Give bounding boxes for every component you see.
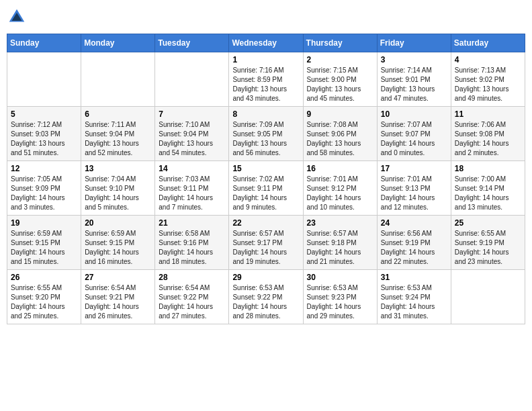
calendar-header-row: SundayMondayTuesdayWednesdayThursdayFrid… — [7, 34, 525, 52]
day-info: Sunrise: 6:59 AM Sunset: 9:15 PM Dayligh… — [85, 229, 151, 267]
day-number: 31 — [381, 273, 447, 282]
calendar-week-row: 1Sunrise: 7:16 AM Sunset: 8:59 PM Daylig… — [7, 52, 525, 107]
calendar-cell: 7Sunrise: 7:10 AM Sunset: 9:04 PM Daylig… — [155, 107, 229, 161]
calendar-cell: 8Sunrise: 7:09 AM Sunset: 9:05 PM Daylig… — [229, 107, 303, 161]
calendar-cell: 27Sunrise: 6:54 AM Sunset: 9:21 PM Dayli… — [81, 270, 155, 324]
day-header-monday: Monday — [81, 34, 155, 52]
calendar-cell: 14Sunrise: 7:03 AM Sunset: 9:11 PM Dayli… — [155, 161, 229, 216]
calendar-week-row: 5Sunrise: 7:12 AM Sunset: 9:03 PM Daylig… — [7, 107, 525, 161]
day-header-saturday: Saturday — [451, 34, 525, 52]
day-number: 22 — [232, 218, 299, 228]
day-info: Sunrise: 6:54 AM Sunset: 9:21 PM Dayligh… — [85, 283, 151, 321]
calendar-cell: 9Sunrise: 7:08 AM Sunset: 9:06 PM Daylig… — [303, 107, 377, 161]
day-info: Sunrise: 6:57 AM Sunset: 9:17 PM Dayligh… — [232, 229, 299, 267]
calendar-week-row: 26Sunrise: 6:55 AM Sunset: 9:20 PM Dayli… — [7, 270, 525, 324]
calendar-cell: 25Sunrise: 6:55 AM Sunset: 9:19 PM Dayli… — [451, 216, 525, 270]
calendar-cell — [451, 270, 525, 324]
day-number: 26 — [11, 273, 77, 282]
calendar-cell: 22Sunrise: 6:57 AM Sunset: 9:17 PM Dayli… — [229, 216, 303, 270]
calendar-week-row: 12Sunrise: 7:05 AM Sunset: 9:09 PM Dayli… — [7, 161, 525, 216]
day-header-wednesday: Wednesday — [229, 34, 303, 52]
day-info: Sunrise: 7:07 AM Sunset: 9:07 PM Dayligh… — [381, 120, 447, 158]
calendar-cell: 31Sunrise: 6:53 AM Sunset: 9:24 PM Dayli… — [377, 270, 451, 324]
day-number: 4 — [455, 55, 521, 64]
calendar-cell: 19Sunrise: 6:59 AM Sunset: 9:15 PM Dayli… — [7, 216, 81, 270]
day-number: 29 — [232, 273, 299, 282]
day-info: Sunrise: 6:58 AM Sunset: 9:16 PM Dayligh… — [159, 229, 225, 267]
day-number: 17 — [381, 164, 447, 173]
calendar-cell: 17Sunrise: 7:01 AM Sunset: 9:13 PM Dayli… — [377, 161, 451, 216]
day-number: 7 — [159, 109, 225, 119]
day-info: Sunrise: 7:13 AM Sunset: 9:02 PM Dayligh… — [455, 66, 521, 103]
logo-icon — [7, 7, 27, 27]
day-number: 11 — [455, 109, 521, 119]
calendar-cell: 23Sunrise: 6:57 AM Sunset: 9:18 PM Dayli… — [303, 216, 377, 270]
day-info: Sunrise: 7:05 AM Sunset: 9:09 PM Dayligh… — [11, 175, 77, 212]
day-number: 9 — [307, 109, 373, 119]
day-info: Sunrise: 7:10 AM Sunset: 9:04 PM Dayligh… — [159, 120, 225, 158]
day-info: Sunrise: 6:54 AM Sunset: 9:22 PM Dayligh… — [159, 283, 225, 321]
day-info: Sunrise: 7:02 AM Sunset: 9:11 PM Dayligh… — [232, 175, 299, 212]
day-number: 2 — [307, 55, 373, 64]
day-info: Sunrise: 7:00 AM Sunset: 9:14 PM Dayligh… — [455, 175, 521, 212]
day-info: Sunrise: 7:11 AM Sunset: 9:04 PM Dayligh… — [85, 120, 151, 158]
day-header-sunday: Sunday — [7, 34, 81, 52]
day-info: Sunrise: 7:15 AM Sunset: 9:00 PM Dayligh… — [307, 66, 373, 103]
calendar-cell: 5Sunrise: 7:12 AM Sunset: 9:03 PM Daylig… — [7, 107, 81, 161]
calendar-body: 1Sunrise: 7:16 AM Sunset: 8:59 PM Daylig… — [7, 52, 525, 324]
day-number: 10 — [381, 109, 447, 119]
calendar-cell: 15Sunrise: 7:02 AM Sunset: 9:11 PM Dayli… — [229, 161, 303, 216]
calendar-cell: 1Sunrise: 7:16 AM Sunset: 8:59 PM Daylig… — [229, 52, 303, 107]
calendar-cell: 16Sunrise: 7:01 AM Sunset: 9:12 PM Dayli… — [303, 161, 377, 216]
calendar-cell: 11Sunrise: 7:06 AM Sunset: 9:08 PM Dayli… — [451, 107, 525, 161]
day-info: Sunrise: 6:59 AM Sunset: 9:15 PM Dayligh… — [11, 229, 77, 267]
calendar-cell — [7, 52, 81, 107]
day-info: Sunrise: 7:03 AM Sunset: 9:11 PM Dayligh… — [159, 175, 225, 212]
day-number: 27 — [85, 273, 151, 282]
calendar-cell — [81, 52, 155, 107]
day-number: 3 — [381, 55, 447, 64]
day-info: Sunrise: 6:57 AM Sunset: 9:18 PM Dayligh… — [307, 229, 373, 267]
calendar-cell: 24Sunrise: 6:56 AM Sunset: 9:19 PM Dayli… — [377, 216, 451, 270]
calendar-cell: 4Sunrise: 7:13 AM Sunset: 9:02 PM Daylig… — [451, 52, 525, 107]
calendar-week-row: 19Sunrise: 6:59 AM Sunset: 9:15 PM Dayli… — [7, 216, 525, 270]
calendar-cell: 30Sunrise: 6:53 AM Sunset: 9:23 PM Dayli… — [303, 270, 377, 324]
day-number: 8 — [232, 109, 299, 119]
day-number: 25 — [455, 218, 521, 228]
day-number: 16 — [307, 164, 373, 173]
day-header-friday: Friday — [377, 34, 451, 52]
day-number: 13 — [85, 164, 151, 173]
day-info: Sunrise: 6:53 AM Sunset: 9:24 PM Dayligh… — [381, 283, 447, 321]
day-number: 14 — [159, 164, 225, 173]
day-number: 28 — [159, 273, 225, 282]
calendar-cell: 13Sunrise: 7:04 AM Sunset: 9:10 PM Dayli… — [81, 161, 155, 216]
day-number: 6 — [85, 109, 151, 119]
calendar-cell — [155, 52, 229, 107]
day-info: Sunrise: 7:01 AM Sunset: 9:13 PM Dayligh… — [381, 175, 447, 212]
day-info: Sunrise: 6:53 AM Sunset: 9:23 PM Dayligh… — [307, 283, 373, 321]
calendar-cell: 29Sunrise: 6:53 AM Sunset: 9:22 PM Dayli… — [229, 270, 303, 324]
day-info: Sunrise: 7:14 AM Sunset: 9:01 PM Dayligh… — [381, 66, 447, 103]
day-number: 21 — [159, 218, 225, 228]
calendar-cell: 26Sunrise: 6:55 AM Sunset: 9:20 PM Dayli… — [7, 270, 81, 324]
day-info: Sunrise: 7:08 AM Sunset: 9:06 PM Dayligh… — [307, 120, 373, 158]
day-number: 24 — [381, 218, 447, 228]
day-info: Sunrise: 6:55 AM Sunset: 9:19 PM Dayligh… — [455, 229, 521, 267]
day-info: Sunrise: 7:01 AM Sunset: 9:12 PM Dayligh… — [307, 175, 373, 212]
day-number: 23 — [307, 218, 373, 228]
day-number: 19 — [11, 218, 77, 228]
day-info: Sunrise: 7:06 AM Sunset: 9:08 PM Dayligh… — [455, 120, 521, 158]
day-number: 1 — [232, 55, 299, 64]
day-number: 15 — [232, 164, 299, 173]
calendar-cell: 6Sunrise: 7:11 AM Sunset: 9:04 PM Daylig… — [81, 107, 155, 161]
calendar-cell: 3Sunrise: 7:14 AM Sunset: 9:01 PM Daylig… — [377, 52, 451, 107]
day-number: 20 — [85, 218, 151, 228]
day-info: Sunrise: 6:53 AM Sunset: 9:22 PM Dayligh… — [232, 283, 299, 321]
calendar-cell: 10Sunrise: 7:07 AM Sunset: 9:07 PM Dayli… — [377, 107, 451, 161]
calendar-cell: 28Sunrise: 6:54 AM Sunset: 9:22 PM Dayli… — [155, 270, 229, 324]
day-info: Sunrise: 6:56 AM Sunset: 9:19 PM Dayligh… — [381, 229, 447, 267]
calendar-cell: 12Sunrise: 7:05 AM Sunset: 9:09 PM Dayli… — [7, 161, 81, 216]
day-number: 5 — [11, 109, 77, 119]
day-info: Sunrise: 7:16 AM Sunset: 8:59 PM Dayligh… — [232, 66, 299, 103]
day-number: 30 — [307, 273, 373, 282]
